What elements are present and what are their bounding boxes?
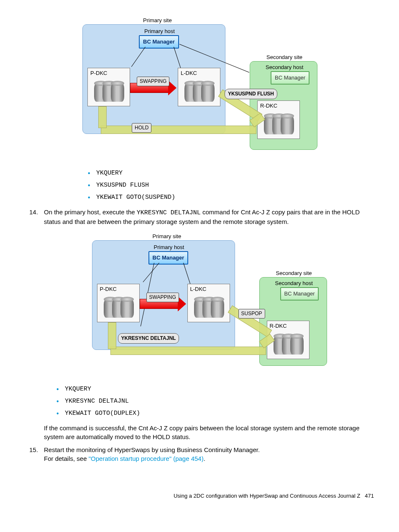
fig1-yellow-arrow xyxy=(98,106,107,128)
fig1-r-dkc-label: R-DKC xyxy=(260,102,277,110)
fig2-l-dkc: L-DKC xyxy=(187,284,230,322)
fig2-yellow-arrow xyxy=(108,322,116,349)
fig1-primary-site-label: Primary site xyxy=(143,17,172,24)
fig2-p-dkc-label: P-DKC xyxy=(100,285,117,293)
cylinder-icon xyxy=(201,83,215,102)
cylinder-icon xyxy=(111,83,124,102)
step15-text: Restart the monitoring of HyperSwaps by … xyxy=(44,445,374,454)
fig1-secondary-host-label: Secondary host xyxy=(266,64,303,71)
ordered-steps: On the primary host, execute the YKRESYN… xyxy=(25,208,374,463)
fig2-primary-host-label: Primary host xyxy=(154,244,184,251)
fig2-suspop-badge: SUSPOP xyxy=(238,309,265,319)
fig1-primary-host-label: Primary host xyxy=(144,28,175,35)
figure-1: Primary site Primary host BC Manager Sec… xyxy=(25,17,374,161)
cylinder-icon xyxy=(211,299,224,318)
step15-details: For details, see "Operation startup proc… xyxy=(44,454,374,463)
fig2-swapping-badge: SWAPPING xyxy=(146,293,179,302)
fig2-op-bubble: YKRESYNC DELTAJNL xyxy=(118,333,179,344)
cylinder-icon xyxy=(290,336,304,355)
fig1-hold-badge: HOLD xyxy=(132,123,151,133)
footer-text: Using a 2DC configuration with HyperSwap… xyxy=(174,493,361,499)
fig2-primary-site-label: Primary site xyxy=(153,233,182,240)
fig2-secondary-site-label: Secondary site xyxy=(276,270,312,277)
fig2-p-dkc: P-DKC xyxy=(97,284,140,322)
fig2-yellow-arrow xyxy=(110,347,266,355)
fig1-p-dkc-label: P-DKC xyxy=(90,69,107,77)
step14-text-pre: On the primary host, execute the xyxy=(44,208,137,216)
step-14: On the primary host, execute the YKRESYN… xyxy=(40,208,374,441)
command-item: YKSUSPND FLUSH xyxy=(88,181,374,190)
fig1-yellow-arrow xyxy=(101,126,256,134)
step-15: Restart the monitoring of HyperSwaps by … xyxy=(40,445,374,463)
command-item: YKQUERY xyxy=(56,385,374,393)
fig2-r-dkc-label: R-DKC xyxy=(270,322,287,330)
footer-page-number: 471 xyxy=(365,493,374,499)
command-list-2: YKQUERY YKRESYNC DELTAJNL YKEWAIT GOTO(D… xyxy=(44,385,374,418)
fig1-swapping-badge: SWAPPING xyxy=(137,77,169,86)
step14-command: YKRESYNC DELTAJNL xyxy=(137,209,201,216)
fig1-op-bubble: YKSUSPND FLUSH xyxy=(225,89,277,99)
command-item: YKEWAIT GOTO(DUPLEX) xyxy=(56,409,374,418)
step15-details-pre: For details, see xyxy=(44,455,89,462)
fig1-p-dkc: P-DKC xyxy=(87,68,130,106)
fig1-l-dkc-label: L-DKC xyxy=(181,69,197,77)
fig2-l-dkc-label: L-DKC xyxy=(190,285,207,293)
figure-2: Primary site Primary host BC Manager Sec… xyxy=(44,233,374,377)
command-item: YKEWAIT GOTO(SUSPEND) xyxy=(88,193,374,202)
fig1-bc-manager-secondary: BC Manager xyxy=(271,71,309,85)
fig1-secondary-site-label: Secondary site xyxy=(266,54,302,61)
fig1-l-dkc: L-DKC xyxy=(178,68,220,106)
step15-link[interactable]: "Operation startup procedure" (page 454) xyxy=(89,455,204,462)
command-item: YKRESYNC DELTAJNL xyxy=(56,397,374,406)
step14-result: If the command is successful, the Cnt Ac… xyxy=(44,424,374,441)
step15-details-post: . xyxy=(204,455,205,462)
command-item: YKQUERY xyxy=(88,169,374,177)
fig2-bc-manager-secondary: BC Manager xyxy=(280,287,319,301)
cylinder-icon xyxy=(120,299,134,318)
command-list-1: YKQUERY YKSUSPND FLUSH YKEWAIT GOTO(SUSP… xyxy=(75,169,374,202)
cylinder-icon xyxy=(281,116,294,134)
fig2-secondary-host-label: Secondary host xyxy=(275,280,313,287)
page-footer: Using a 2DC configuration with HyperSwap… xyxy=(25,492,374,500)
